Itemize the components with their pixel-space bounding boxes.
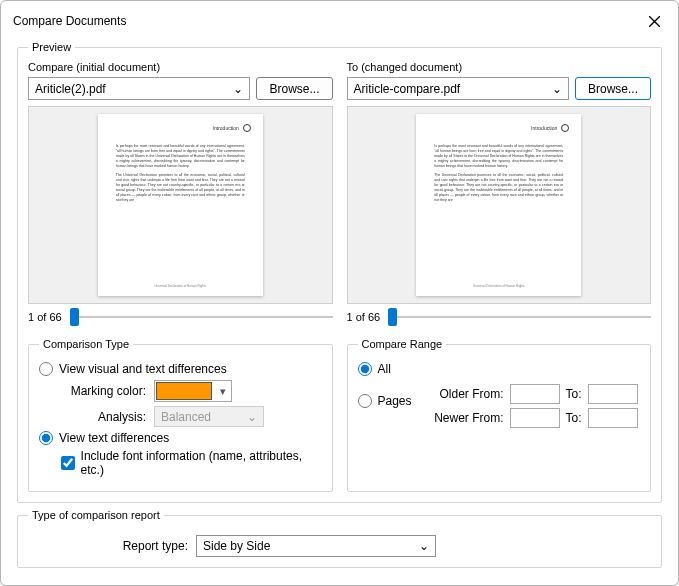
titlebar: Compare Documents bbox=[1, 1, 678, 35]
close-icon bbox=[649, 16, 660, 27]
analysis-select: Balanced ⌄ bbox=[154, 406, 264, 427]
check-include-font[interactable]: Include font information (name, attribut… bbox=[61, 449, 322, 477]
color-swatch bbox=[156, 382, 212, 400]
report-type-select[interactable]: Side by Side ⌄ bbox=[196, 535, 436, 557]
compare-range-legend: Compare Range bbox=[358, 338, 447, 350]
compare-range-group: Compare Range All Pages Older From: bbox=[347, 338, 652, 492]
chevron-down-icon: ⌄ bbox=[229, 82, 247, 96]
radio-range-pages[interactable]: Pages bbox=[358, 394, 412, 408]
to-page-count: 1 of 66 bbox=[347, 311, 381, 323]
newer-from-input[interactable] bbox=[510, 408, 560, 428]
comparison-type-group: Comparison Type View visual and text dif… bbox=[28, 338, 333, 492]
radio-visual-text[interactable]: View visual and text differences bbox=[39, 362, 322, 376]
chevron-down-icon: ⌄ bbox=[548, 82, 566, 96]
preview-group: Preview Compare (initial document) Ariti… bbox=[17, 41, 662, 503]
to-file-value: Ariticle-compare.pdf bbox=[354, 82, 461, 96]
dialog-footer: OK Cancel bbox=[1, 578, 678, 586]
older-from-input[interactable] bbox=[510, 384, 560, 404]
to-page-slider[interactable] bbox=[388, 310, 651, 324]
report-type-legend: Type of comparison report bbox=[28, 509, 164, 521]
chevron-down-icon: ⌄ bbox=[247, 410, 257, 424]
compare-page-slider[interactable] bbox=[70, 310, 333, 324]
compare-documents-dialog: Compare Documents Preview Compare (initi… bbox=[0, 0, 679, 586]
newer-from-label: Newer From: bbox=[422, 411, 504, 425]
preview-legend: Preview bbox=[28, 41, 75, 53]
window-title: Compare Documents bbox=[13, 14, 126, 28]
compare-file-combo[interactable]: Ariticle(2).pdf ⌄ bbox=[28, 77, 250, 100]
marking-color-picker[interactable]: ▾ bbox=[154, 380, 232, 402]
older-to-input[interactable] bbox=[588, 384, 638, 404]
older-from-label: Older From: bbox=[422, 387, 504, 401]
report-type-label: Report type: bbox=[28, 539, 188, 553]
compare-page-thumb: Introduction Is perhaps the most resonan… bbox=[98, 114, 263, 296]
to-file-combo[interactable]: Ariticle-compare.pdf ⌄ bbox=[347, 77, 569, 100]
chevron-down-icon: ▾ bbox=[216, 385, 230, 398]
to-page-thumb: Introduction Is perhaps the most resonan… bbox=[416, 114, 581, 296]
radio-text-only[interactable]: View text differences bbox=[39, 431, 322, 445]
chevron-down-icon: ⌄ bbox=[419, 539, 429, 553]
to-label: To (changed document) bbox=[347, 61, 652, 73]
older-to-label: To: bbox=[566, 387, 582, 401]
newer-to-label: To: bbox=[566, 411, 582, 425]
compare-file-value: Ariticle(2).pdf bbox=[35, 82, 106, 96]
compare-thumbnail-area[interactable]: Introduction Is perhaps the most resonan… bbox=[28, 106, 333, 304]
newer-to-input[interactable] bbox=[588, 408, 638, 428]
compare-page-count: 1 of 66 bbox=[28, 311, 62, 323]
compare-browse-button[interactable]: Browse... bbox=[256, 77, 332, 100]
logo-icon bbox=[243, 124, 251, 132]
radio-range-all[interactable]: All bbox=[358, 362, 641, 376]
comparison-type-legend: Comparison Type bbox=[39, 338, 133, 350]
logo-icon bbox=[561, 124, 569, 132]
to-thumbnail-area[interactable]: Introduction Is perhaps the most resonan… bbox=[347, 106, 652, 304]
analysis-label: Analysis: bbox=[61, 410, 146, 424]
compare-label: Compare (initial document) bbox=[28, 61, 333, 73]
close-button[interactable] bbox=[640, 9, 668, 33]
report-type-group: Type of comparison report Report type: S… bbox=[17, 509, 662, 568]
marking-color-label: Marking color: bbox=[61, 384, 146, 398]
to-browse-button[interactable]: Browse... bbox=[575, 77, 651, 100]
